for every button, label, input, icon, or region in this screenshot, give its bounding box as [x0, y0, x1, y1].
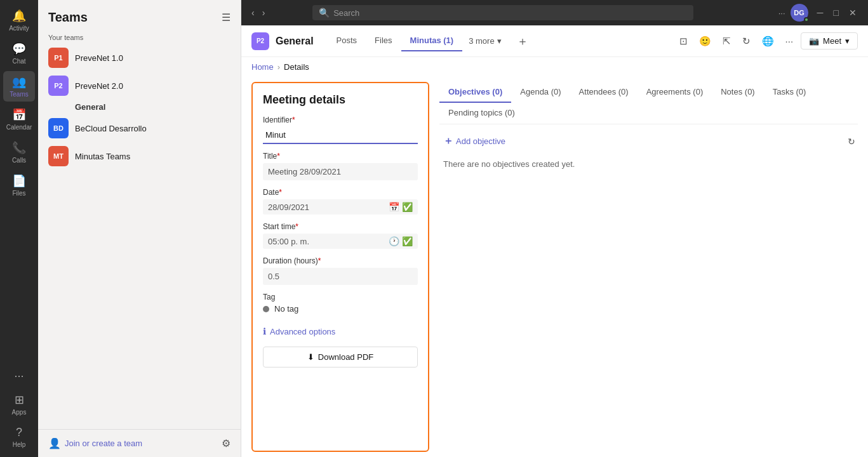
- download-icon: ⬇: [307, 352, 314, 362]
- camera-icon: 📷: [809, 36, 819, 46]
- nav-item-apps[interactable]: ⊞ Apps: [3, 389, 35, 420]
- panel-tab-pending-topics[interactable]: Pending topics (0): [439, 103, 524, 124]
- panel-tab-agenda[interactable]: Agenda (0): [511, 82, 570, 103]
- add-objective-row: ＋ Add objective ↻: [439, 132, 858, 150]
- tab-more-button[interactable]: 3 more ▾: [462, 30, 507, 51]
- start-time-label: Start time*: [263, 222, 418, 231]
- channel-actions: ⊡ 🙂 ⇱ ↻ 🌐 ··· 📷 Meet ▾: [676, 32, 858, 50]
- date-value: 28/09/2021: [268, 202, 386, 212]
- nav-item-apps-label: Apps: [12, 409, 27, 416]
- breadcrumb-home[interactable]: Home: [251, 62, 274, 72]
- panel-tab-tasks[interactable]: Tasks (0): [764, 82, 815, 103]
- globe-icon[interactable]: 🌐: [758, 33, 778, 50]
- advanced-options-row[interactable]: ℹ Advanced options: [263, 321, 418, 341]
- left-nav: 🔔 Activity 💬 Chat 👥 Teams 📅 Calendar 📞 C…: [0, 0, 38, 457]
- forward-button[interactable]: ›: [260, 6, 268, 19]
- clock-icon[interactable]: 🕐: [389, 236, 399, 246]
- filter-icon[interactable]: ☰: [222, 11, 230, 23]
- nav-item-calls[interactable]: 📞 Calls: [3, 137, 35, 168]
- channel-label-general: General: [75, 102, 105, 112]
- meeting-details-panel: Meeting details Identifier* Title* Meeti…: [251, 82, 429, 452]
- panel-tab-attendees[interactable]: Attendees (0): [570, 82, 638, 103]
- add-tab-button[interactable]: ＋: [514, 31, 531, 51]
- chevron-down-icon: ▾: [497, 36, 502, 46]
- title-value[interactable]: Meeting 28/09/2021: [263, 163, 418, 180]
- calendar-icon: 📅: [12, 108, 26, 122]
- emoji-icon[interactable]: 🙂: [695, 33, 715, 50]
- date-check-icon: ✅: [402, 202, 413, 212]
- tab-minutas[interactable]: Minutas (1): [401, 30, 463, 51]
- start-time-input-row: 05:00 p. m. 🕐 ✅: [263, 234, 418, 249]
- objectives-empty-state: There are no objectives created yet.: [439, 157, 858, 171]
- tag-row: No tag: [263, 304, 418, 314]
- identifier-input[interactable]: [263, 127, 418, 144]
- duration-label: Duration (hours)*: [263, 256, 418, 265]
- date-group: Date* 28/09/2021 📅 ✅: [263, 188, 418, 215]
- nav-item-activity[interactable]: 🔔 Activity: [3, 5, 35, 36]
- files-icon: 📄: [12, 174, 26, 188]
- help-icon: ?: [16, 426, 22, 439]
- calls-icon: 📞: [12, 141, 26, 155]
- tab-files[interactable]: Files: [366, 30, 401, 51]
- join-team-button[interactable]: 👤 Join or create a team: [48, 437, 142, 449]
- panel-tab-notes[interactable]: Notes (0): [712, 82, 763, 103]
- nav-item-teams-label: Teams: [10, 91, 28, 98]
- topbar-more-icon[interactable]: ···: [778, 8, 785, 18]
- popout-icon[interactable]: ⇱: [719, 33, 735, 50]
- back-button[interactable]: ‹: [249, 6, 257, 19]
- add-objective-button[interactable]: ＋ Add objective: [439, 132, 509, 150]
- team-channel-general[interactable]: General: [38, 100, 241, 114]
- screenshot-icon[interactable]: ⊡: [676, 33, 691, 50]
- team-item-prevenet1[interactable]: P1 PreveNet 1.0 ···: [38, 44, 241, 72]
- user-avatar[interactable]: DG: [791, 4, 808, 22]
- channel-more-icon[interactable]: ···: [782, 33, 798, 49]
- nav-item-files[interactable]: 📄 Files: [3, 170, 35, 201]
- channel-header: P2 General Posts Files Minutas (1) 3 mor…: [241, 25, 868, 57]
- minimize-button[interactable]: ─: [813, 6, 827, 19]
- user-status-indicator: [804, 17, 809, 22]
- panel-tab-objectives[interactable]: Objectives (0): [439, 82, 511, 103]
- settings-icon[interactable]: ⚙: [222, 437, 230, 449]
- sidebar-header: Teams ☰: [38, 0, 241, 30]
- refresh-objectives-button[interactable]: ↻: [845, 134, 858, 149]
- refresh-channel-icon[interactable]: ↻: [738, 33, 754, 50]
- tag-group: Tag No tag: [263, 293, 418, 314]
- panel-tabs-row: Objectives (0) Agenda (0) Attendees (0) …: [439, 82, 858, 124]
- team-name-prevenet1: PreveNet 1.0: [75, 53, 217, 63]
- close-button[interactable]: ✕: [845, 6, 860, 19]
- search-box[interactable]: 🔍: [312, 5, 693, 20]
- team-item-prevenet2[interactable]: P2 PreveNet 2.0 ···: [38, 72, 241, 100]
- download-pdf-button[interactable]: ⬇ Download PDF: [263, 347, 418, 368]
- download-pdf-label: Download PDF: [318, 352, 373, 362]
- calendar-picker-icon[interactable]: 📅: [389, 202, 399, 212]
- tag-dot: [263, 306, 269, 312]
- team-avatar-prevenet2: P2: [48, 76, 69, 96]
- nav-item-more[interactable]: ···: [3, 366, 35, 387]
- nav-item-teams[interactable]: 👥 Teams: [3, 71, 35, 102]
- nav-item-calls-label: Calls: [12, 157, 26, 164]
- breadcrumb-current: Details: [284, 62, 309, 72]
- meet-button[interactable]: 📷 Meet ▾: [801, 32, 858, 50]
- chat-icon: 💬: [12, 42, 26, 56]
- nav-item-help[interactable]: ? Help: [3, 422, 35, 452]
- user-initials: DG: [794, 9, 805, 17]
- duration-group: Duration (hours)* 0.5: [263, 256, 418, 285]
- panel-tab-agreements[interactable]: Agreements (0): [638, 82, 712, 103]
- breadcrumb: Home › Details: [241, 57, 868, 77]
- time-check-icon: ✅: [402, 236, 413, 246]
- nav-item-chat[interactable]: 💬 Chat: [3, 38, 35, 69]
- duration-value[interactable]: 0.5: [263, 268, 418, 285]
- tab-posts[interactable]: Posts: [328, 30, 366, 51]
- nav-item-calendar-label: Calendar: [6, 124, 32, 131]
- sidebar-section-label: Your teams: [38, 30, 241, 44]
- team-item-minutas[interactable]: MT Minutas Teams ···: [38, 142, 241, 170]
- maximize-button[interactable]: □: [830, 6, 843, 19]
- team-item-becloud[interactable]: BD BeCloud Desarrollo ···: [38, 114, 241, 142]
- nav-item-help-label: Help: [13, 441, 26, 448]
- advanced-options-label: Advanced options: [270, 327, 335, 336]
- nav-item-activity-label: Activity: [9, 25, 29, 32]
- search-input[interactable]: [333, 8, 687, 18]
- nav-item-calendar[interactable]: 📅 Calendar: [3, 104, 35, 135]
- channel-avatar: P2: [251, 32, 269, 50]
- title-group: Title* Meeting 28/09/2021: [263, 152, 418, 180]
